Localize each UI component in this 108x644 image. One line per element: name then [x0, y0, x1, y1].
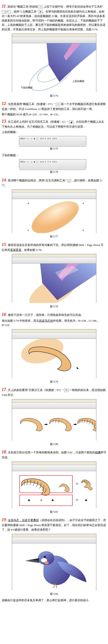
menubar — [12, 330, 96, 333]
step-num-18: 18 — [2, 450, 6, 454]
step-16-2: 画出如图 5-79 中的形状，其实就是鸟爪的外轮廓。填充色为：R=238，G=1… — [2, 319, 106, 328]
closing: 这幅画只是这样的话未免太单调了，那么再打起精神，进行最后的战斗。 — [2, 598, 106, 603]
toolbar — [12, 465, 96, 471]
text: . 腹部下还有一只爪子，很简单。只用线条和填充就可以完成。 — [7, 313, 84, 316]
svg-text:➡: ➡ — [44, 422, 48, 426]
svg-text:➡: ➡ — [73, 422, 77, 426]
canvas: 下面的椭圆 上面的椭圆 — [12, 43, 96, 92]
svg-point-9 — [83, 230, 84, 231]
svg-point-7 — [83, 203, 84, 204]
text: 上按下左键不松，稍等片刻后就会弹出子工具栏 — [43, 5, 102, 8]
canvas: ➡ ➡ — [12, 409, 96, 441]
step-11: 11. 鼠标在"椭圆工具"的按钮 ○ 上按下左键不松，稍等片刻后就会弹出子工具栏… — [2, 2, 106, 32]
caption-74: 图 5-74 — [2, 94, 106, 98]
svg-text:上面的椭圆: 上面的椭圆 — [72, 80, 84, 82]
step-num-15: 15 — [2, 242, 6, 247]
caption-76: 图 5-76 — [2, 170, 106, 174]
text: . 鼠标在"椭圆工具"的按钮 — [6, 5, 39, 8]
svg-text:✦: ✦ — [51, 498, 55, 503]
toolbar — [12, 193, 96, 199]
text: . 爪的其它部分也用一个简单的图例来说明。如图 5-81，只是两个图形的 — [7, 451, 95, 454]
step-num-16: 16 — [2, 312, 6, 317]
fill-settings-toolbar-2: 线性 ▾ ▭ ▭ ▮ 📋 64.0° ▾ 17 ▾ 256 ▾ — [19, 160, 86, 170]
step-18: 18. 爪的其它部分也用一个简单的图例来说明。如图 5-81，只是两个图形的相叠… — [2, 448, 106, 460]
svg-text:✦: ✦ — [84, 498, 88, 503]
svg-point-26 — [44, 556, 46, 558]
step-num-19: 19 — [2, 517, 6, 522]
three-point-ellipse-icon: ◔ — [38, 10, 43, 14]
figure-5-74: 下面的椭圆 上面的椭圆 — [12, 34, 96, 92]
svg-text:=: = — [76, 497, 78, 502]
caption-77: 图 5-77 — [2, 234, 106, 238]
svg-point-8 — [28, 230, 29, 231]
fill-settings-toolbar: 线性 ▾ ▭ ▭ ▮ 📋 64.0° ▾ 40 ▾ 256 ▾ — [19, 136, 86, 147]
svg-point-6 — [28, 203, 29, 204]
menubar — [12, 34, 96, 37]
step-16: 16. 腹部下还有一只爪子，很简单。只用线条和填充就可以完成。 — [2, 311, 106, 318]
text: . 取消两个椭圆的边线后，再用"交互式调和工具" — [7, 179, 67, 182]
interactive-blend-icon: ⬚ — [67, 179, 71, 182]
figure-5-78 — [12, 254, 96, 303]
step-15: 15. 腹部应该是在目前所画的所有对象的下层，所以用快捷键 Shift + Pa… — [2, 241, 106, 252]
svg-text:✦: ✦ — [27, 498, 31, 503]
text-underlined: 直接置底 — [10, 248, 21, 252]
canvas — [12, 264, 96, 303]
canvas — [12, 199, 96, 233]
figure-5-81: = ✦ + ✦ = ✦ — [12, 462, 96, 508]
svg-point-25 — [44, 562, 49, 564]
bezier-tool-icon: ✎ — [64, 388, 69, 392]
menubar — [12, 399, 96, 402]
menubar — [12, 462, 96, 465]
toolbar — [12, 537, 96, 544]
text: . 当然直接用"椭圆工具（快捷键：F7）" — [7, 102, 56, 106]
step-13: 13. 在工具栏上找到"交互式填充工具（快捷键：G）" ◢，分别在两个椭圆上从左… — [2, 118, 106, 129]
text: 画出如图 5-79 中的形状，其实 — [2, 319, 39, 322]
menubar — [12, 254, 96, 257]
figure-5-79 — [12, 329, 96, 378]
flyout-toolbar-icon: ○○○ — [2, 10, 11, 14]
step-num-17: 17 — [2, 387, 6, 392]
caption-75: 图 5-75 — [2, 147, 106, 151]
step-12: 12. 当然直接用"椭圆工具（快捷键：F7）" ○ 画一个水平的椭圆后再进行角度… — [2, 100, 106, 112]
menubar — [12, 534, 96, 537]
caption-80: 图 5-80 — [2, 442, 106, 446]
caption-79: 图 5-79 — [2, 380, 106, 384]
text-underlined: 全选鸟爪，但是 — [8, 518, 28, 522]
step-12-rgb: 两个椭圆的 RGB 值为 R=255，G=194，B=133。 — [2, 112, 106, 117]
step-num-11: 11 — [2, 4, 6, 8]
ellipse-tool-icon: ○ — [39, 5, 43, 8]
step-13-bottom: 下面的椭圆： — [2, 153, 106, 158]
caption-82: 图 5-82 — [2, 592, 106, 596]
svg-point-4 — [27, 199, 84, 233]
figure-5-76: 线性 ▾ ▭ ▭ ▮ 📋 64.0° ▾ 17 ▾ 256 ▾ — [19, 159, 86, 168]
svg-text:下面的椭圆: 下面的椭圆 — [21, 86, 33, 89]
text-underlined: 相叠 — [95, 451, 101, 454]
step-num-12: 12 — [2, 101, 6, 106]
toolbar — [12, 333, 96, 339]
text: . 在工具栏上找到"交互式填充工具（快捷键：G）" — [7, 120, 69, 123]
step-13-top: 上面的椭圆： — [2, 130, 106, 134]
figure-5-75: 线性 ▾ ▭ ▭ ▮ 📋 64.0° ▾ 40 ▾ 256 ▾ — [19, 136, 86, 145]
svg-text:+: + — [40, 498, 42, 503]
svg-text:=: = — [76, 481, 78, 486]
figure-5-77 — [12, 189, 96, 233]
interactive-fill-icon: ◢ — [69, 120, 73, 124]
canvas — [12, 544, 96, 590]
text: . 爪上的条纹要用"贝塞尔工具（快捷键：F5）" — [7, 388, 64, 392]
caption-78: 图 5-78 — [2, 304, 106, 308]
step-14: 14. 取消两个椭圆的边线后，再用"交互式调和工具" ⬚，进行调和，效果如图 5… — [2, 176, 106, 188]
canvas: = ✦ + ✦ = ✦ — [12, 471, 96, 508]
step-17: 17. 爪上的条纹要用"贝塞尔工具（快捷键：F5）" ✎ 一根根的画出来，其过程… — [2, 386, 106, 398]
text-underlined: 就是鸟爪的 — [39, 319, 53, 322]
step-num-14: 14 — [2, 178, 6, 182]
toolbar — [12, 37, 96, 43]
toolbar — [12, 402, 96, 409]
ellipse-f7-icon: ○ — [56, 103, 60, 106]
step-19: 19. 全选鸟爪，但是不要叠组（原因会在后面讲到），由于它处在于的腹部之下，所以… — [2, 516, 106, 532]
step-num-13: 13 — [2, 119, 6, 124]
toolbar — [12, 257, 96, 264]
figure-5-80: ➡ ➡ — [12, 399, 96, 440]
menubar — [12, 190, 96, 193]
text: ，选择"3 点椭圆工具" — [11, 10, 38, 13]
text-underlined: 不要叠组 — [28, 518, 39, 522]
